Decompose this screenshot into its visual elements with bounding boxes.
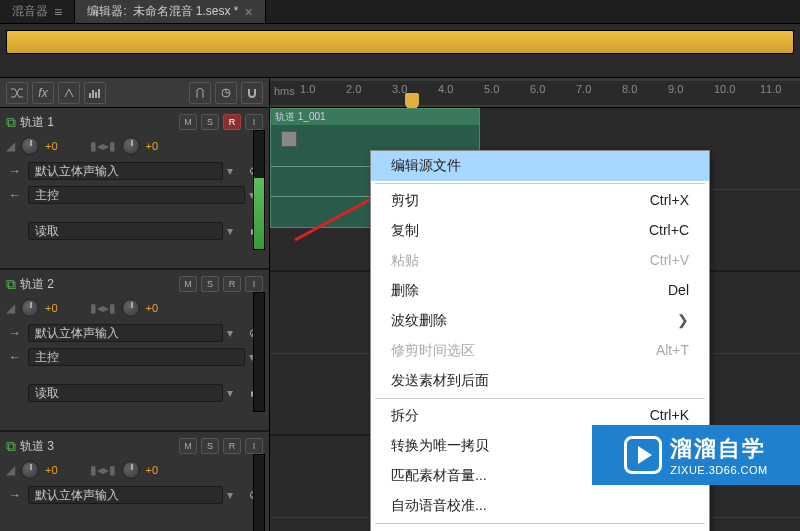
menu-item[interactable]: 自动语音校准...: [371, 491, 709, 521]
pan-icon: ▮◂▸▮: [90, 463, 116, 477]
menu-item-shortcut: Ctrl+K: [650, 407, 689, 425]
menu-item-shortcut: Ctrl+X: [650, 192, 689, 210]
close-icon[interactable]: ×: [245, 5, 253, 19]
fx-icon[interactable]: fx: [32, 82, 54, 104]
menu-separator: [375, 183, 705, 184]
input-arrow-icon[interactable]: →: [6, 486, 24, 504]
menu-item: 修剪时间选区Alt+T: [371, 336, 709, 366]
input-selector[interactable]: 默认立体声输入: [28, 324, 223, 342]
playhead-marker[interactable]: [405, 93, 419, 109]
automation-mode-selector[interactable]: 读取: [28, 384, 223, 402]
tab-editor[interactable]: 编辑器: 未命名混音 1.sesx * ×: [75, 0, 266, 23]
input-monitor-button[interactable]: I: [245, 438, 263, 454]
pan-knob[interactable]: [122, 461, 140, 479]
ruler-tick: 11.0: [760, 83, 781, 95]
menu-separator: [375, 523, 705, 524]
time-ruler[interactable]: hms 1.02.03.04.05.06.07.08.09.010.011.0: [270, 81, 800, 105]
watermark: 溜溜自学 ZIXUE.3D66.COM: [592, 425, 800, 485]
menu-item-shortcut: Ctrl+C: [649, 222, 689, 240]
eq-icon[interactable]: [84, 82, 106, 104]
audio-track-icon: ⧉: [6, 276, 16, 293]
pan-value: +0: [146, 302, 159, 314]
menu-item[interactable]: 复制Ctrl+C: [371, 216, 709, 246]
watermark-play-icon: [624, 436, 662, 474]
volume-meter-icon: ◢: [6, 139, 15, 153]
volume-meter-icon: ◢: [6, 463, 15, 477]
menu-item[interactable]: 重命名: [371, 526, 709, 531]
toolbar-ruler: hms 1.02.03.04.05.06.07.08.09.010.011.0: [270, 78, 800, 107]
tab-mixer[interactable]: 混音器 ≡: [0, 0, 75, 23]
menu-item-label: 发送素材到后面: [391, 372, 489, 390]
input-selector[interactable]: 默认立体声输入: [28, 162, 223, 180]
record-button[interactable]: R: [223, 114, 241, 130]
record-button[interactable]: R: [223, 276, 241, 292]
routing-icon[interactable]: [6, 82, 28, 104]
svg-rect-2: [95, 92, 97, 98]
menu-item-shortcut: Del: [668, 282, 689, 300]
output-arrow-icon[interactable]: ←: [6, 186, 24, 204]
level-meter: [253, 130, 265, 250]
input-monitor-button[interactable]: I: [245, 276, 263, 292]
volume-knob[interactable]: [21, 299, 39, 317]
solo-button[interactable]: S: [201, 114, 219, 130]
menu-item[interactable]: 波纹删除❯: [371, 306, 709, 336]
chevron-down-icon[interactable]: ▾: [227, 488, 241, 502]
snap-icon[interactable]: [215, 82, 237, 104]
menu-item[interactable]: 删除Del: [371, 276, 709, 306]
pan-knob[interactable]: [122, 137, 140, 155]
menu-item-label: 修剪时间选区: [391, 342, 475, 360]
mute-button[interactable]: M: [179, 114, 197, 130]
magnet-icon[interactable]: [241, 82, 263, 104]
mute-button[interactable]: M: [179, 276, 197, 292]
output-arrow-icon[interactable]: ←: [6, 348, 24, 366]
pan-value: +0: [146, 464, 159, 476]
input-monitor-button[interactable]: I: [245, 114, 263, 130]
chevron-down-icon[interactable]: ▾: [227, 386, 241, 400]
menu-item[interactable]: 编辑源文件: [371, 151, 709, 181]
menu-item-label: 自动语音校准...: [391, 497, 487, 515]
chevron-down-icon[interactable]: ▾: [227, 326, 241, 340]
ruler-tick: 1.0: [300, 83, 315, 95]
menu-item-label: 匹配素材音量...: [391, 467, 487, 485]
input-selector[interactable]: 默认立体声输入: [28, 486, 223, 504]
input-arrow-icon[interactable]: →: [6, 162, 24, 180]
svg-rect-3: [98, 89, 100, 98]
input-arrow-icon[interactable]: →: [6, 324, 24, 342]
tab-label-file: 未命名混音 1.sesx *: [133, 3, 239, 20]
solo-button[interactable]: S: [201, 438, 219, 454]
clock-icon[interactable]: [189, 82, 211, 104]
tab-menu-icon[interactable]: ≡: [54, 5, 62, 19]
level-meter: [253, 454, 265, 531]
pan-value: +0: [146, 140, 159, 152]
menu-item-label: 复制: [391, 222, 419, 240]
record-button[interactable]: R: [223, 438, 241, 454]
tab-label: 混音器: [12, 3, 48, 20]
chevron-down-icon[interactable]: ▾: [227, 164, 241, 178]
pan-icon: ▮◂▸▮: [90, 139, 116, 153]
volume-knob[interactable]: [21, 137, 39, 155]
track: ⧉ 轨道 1 MSRI◢ +0 ▮◂▸▮ +0→ 默认立体声输入 ▾ ⊘← 主控…: [0, 108, 269, 270]
output-selector[interactable]: 主控: [28, 186, 245, 204]
overview-region[interactable]: [6, 30, 794, 54]
solo-button[interactable]: S: [201, 276, 219, 292]
menu-item-label: 拆分: [391, 407, 419, 425]
menu-item-shortcut: Alt+T: [656, 342, 689, 360]
pan-knob[interactable]: [122, 299, 140, 317]
menu-item-label: 编辑源文件: [391, 157, 461, 175]
menu-item-label: 波纹删除: [391, 312, 447, 330]
track: ⧉ 轨道 2 MSRI◢ +0 ▮◂▸▮ +0→ 默认立体声输入 ▾ ⊘← 主控…: [0, 270, 269, 432]
automation-mode-selector[interactable]: 读取: [28, 222, 223, 240]
menu-item[interactable]: 发送素材到后面: [371, 366, 709, 396]
volume-knob[interactable]: [21, 461, 39, 479]
svg-rect-0: [89, 93, 91, 98]
chevron-down-icon[interactable]: ▾: [227, 224, 241, 238]
output-selector[interactable]: 主控: [28, 348, 245, 366]
mute-button[interactable]: M: [179, 438, 197, 454]
volume-value: +0: [45, 140, 58, 152]
menu-item-label: 转换为唯一拷贝: [391, 437, 489, 455]
ruler-tick: 4.0: [438, 83, 453, 95]
menu-item[interactable]: 剪切Ctrl+X: [371, 186, 709, 216]
ruler-tick: 9.0: [668, 83, 683, 95]
send-icon[interactable]: [58, 82, 80, 104]
ruler-tick: 7.0: [576, 83, 591, 95]
